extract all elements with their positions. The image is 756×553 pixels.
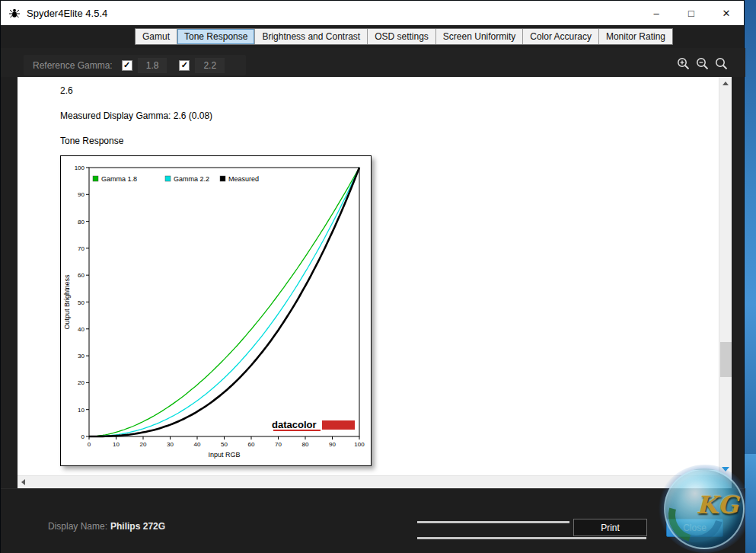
- tab-bar: Gamut Tone Response Brightness and Contr…: [135, 28, 673, 45]
- reference-gamma-18-value: 1.8: [138, 58, 167, 73]
- tab-monitor-rating[interactable]: Monitor Rating: [599, 29, 672, 44]
- svg-text:50: 50: [221, 441, 228, 448]
- screen: Spyder4Elite 4.5.4 – □ ✕ Gamut Tone Resp…: [0, 0, 756, 553]
- svg-text:70: 70: [275, 441, 282, 448]
- zoom-out-icon[interactable]: [695, 56, 710, 71]
- zoom-controls: [676, 56, 729, 71]
- scroll-up-icon[interactable]: [719, 77, 732, 90]
- titlebar: Spyder4Elite 4.5.4 – □ ✕: [1, 1, 744, 25]
- tab-brightness-and-contrast[interactable]: Brightness and Contrast: [255, 29, 368, 44]
- minimize-button[interactable]: –: [639, 1, 674, 25]
- maximize-button[interactable]: □: [674, 1, 709, 25]
- reference-gamma-panel: Reference Gamma: ✓ 1.8 ✓ 2.2: [24, 55, 246, 75]
- svg-text:50: 50: [78, 299, 85, 306]
- svg-text:Gamma 1.8: Gamma 1.8: [101, 175, 137, 183]
- check-icon: ✓: [123, 61, 130, 69]
- svg-text:60: 60: [248, 441, 255, 448]
- svg-text:datacolor: datacolor: [272, 419, 317, 430]
- svg-text:Input RGB: Input RGB: [208, 451, 240, 459]
- spyder-app-icon: [8, 7, 21, 19]
- svg-text:90: 90: [78, 191, 85, 198]
- display-name: Display Name:Philips 272G: [48, 521, 165, 532]
- svg-text:Measured: Measured: [228, 175, 259, 183]
- reference-gamma-18-checkbox[interactable]: ✓: [122, 60, 132, 71]
- svg-text:60: 60: [78, 272, 85, 279]
- svg-text:100: 100: [75, 165, 85, 171]
- display-name-value: Philips 272G: [110, 521, 165, 532]
- svg-text:30: 30: [78, 353, 85, 360]
- progress-bar-bottom: [417, 537, 646, 539]
- svg-text:80: 80: [302, 441, 309, 448]
- scroll-left-icon[interactable]: [18, 476, 30, 489]
- report-page: 2.6 Measured Display Gamma: 2.6 (0.08) T…: [18, 77, 719, 475]
- zoom-reset-icon[interactable]: [714, 56, 729, 71]
- tab-color-accuracy[interactable]: Color Accuracy: [523, 29, 599, 44]
- horizontal-scrollbar[interactable]: [18, 475, 719, 488]
- window-title: Spyder4Elite 4.5.4: [27, 8, 107, 19]
- svg-text:20: 20: [78, 379, 85, 386]
- gamma-value-text: 2.6: [60, 85, 719, 96]
- vertical-scroll-thumb[interactable]: [720, 342, 732, 377]
- kitguru-watermark: KG: [658, 465, 752, 553]
- reference-gamma-22-value: 2.2: [195, 58, 225, 73]
- svg-text:70: 70: [78, 245, 85, 252]
- tab-screen-uniformity[interactable]: Screen Uniformity: [436, 29, 523, 44]
- svg-text:Gamma 2.2: Gamma 2.2: [174, 175, 209, 183]
- close-window-button[interactable]: ✕: [709, 1, 744, 25]
- tab-osd-settings[interactable]: OSD settings: [368, 29, 436, 44]
- svg-text:20: 20: [140, 441, 147, 448]
- window-controls: – □ ✕: [639, 1, 744, 25]
- app-window: Spyder4Elite 4.5.4 – □ ✕ Gamut Tone Resp…: [0, 0, 745, 553]
- svg-text:Output Brightness: Output Brightness: [63, 274, 71, 330]
- zoom-in-icon[interactable]: [676, 56, 691, 71]
- tone-response-chart-svg: 0102030405060708090100010203040506070809…: [61, 156, 371, 465]
- tab-gamut[interactable]: Gamut: [136, 29, 177, 44]
- print-button[interactable]: Print: [573, 519, 647, 536]
- svg-text:90: 90: [329, 441, 336, 448]
- tone-response-heading: Tone Response: [60, 136, 719, 146]
- watermark-text: KG: [697, 491, 738, 519]
- svg-text:40: 40: [78, 326, 85, 333]
- svg-text:0: 0: [88, 441, 91, 448]
- vertical-scrollbar[interactable]: [719, 77, 732, 475]
- progress-bar-top: [417, 521, 569, 523]
- svg-text:0: 0: [81, 433, 85, 440]
- svg-text:30: 30: [167, 441, 174, 448]
- measured-display-gamma-text: Measured Display Gamma: 2.6 (0.08): [60, 110, 719, 121]
- tab-tone-response[interactable]: Tone Response: [177, 29, 255, 44]
- check-icon: ✓: [181, 61, 188, 69]
- svg-text:10: 10: [78, 407, 85, 414]
- footer: Display Name:Philips 272G Print Close: [1, 488, 745, 553]
- reference-gamma-label: Reference Gamma:: [33, 60, 113, 71]
- svg-text:40: 40: [194, 441, 201, 448]
- display-name-label: Display Name:: [48, 521, 107, 532]
- svg-text:80: 80: [78, 219, 85, 225]
- svg-text:10: 10: [113, 441, 120, 448]
- report-frame: 2.6 Measured Display Gamma: 2.6 (0.08) T…: [18, 77, 732, 488]
- reference-gamma-22-checkbox[interactable]: ✓: [179, 60, 190, 71]
- tone-response-chart: 0102030405060708090100010203040506070809…: [60, 155, 372, 466]
- svg-text:100: 100: [354, 441, 365, 448]
